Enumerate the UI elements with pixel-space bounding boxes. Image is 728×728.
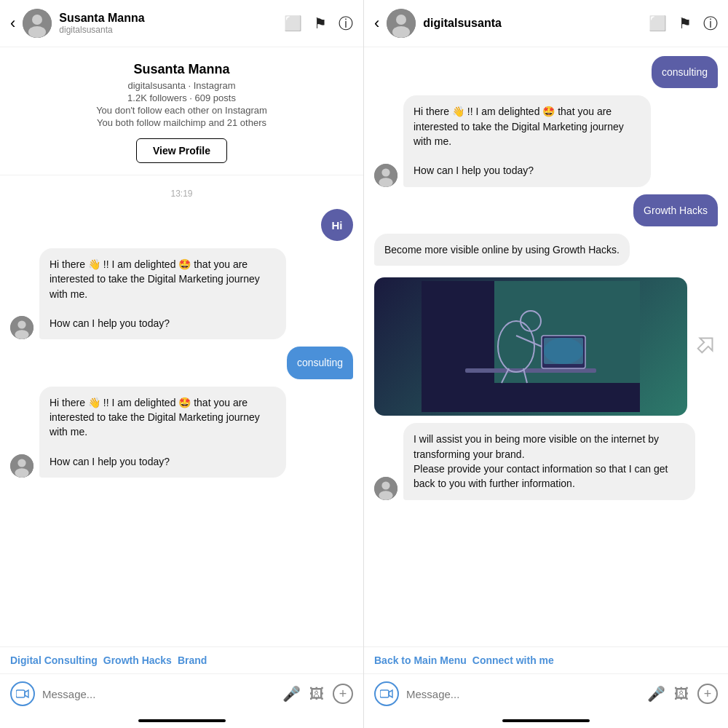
- profile-name: Susanta Manna: [15, 62, 349, 77]
- video-icon-right[interactable]: ⬜: [649, 15, 667, 32]
- svg-point-5: [15, 331, 28, 340]
- flag-icon-left[interactable]: ⚑: [314, 15, 327, 32]
- qr-back-to-main[interactable]: Back to Main Menu: [374, 653, 467, 668]
- profile-sub: digitalsusanta · Instagram: [15, 80, 349, 91]
- svg-point-4: [17, 321, 25, 329]
- right-incoming-growth-text: Become more visible online by using Grow…: [374, 234, 718, 266]
- svg-point-11: [396, 15, 406, 25]
- mic-icon-right[interactable]: 🎤: [647, 685, 665, 703]
- incoming-bubble-2: Hi there 👋 !! I am delighted 🤩 that you …: [39, 387, 286, 478]
- avatar-incoming-1: [10, 316, 33, 339]
- qr-connect-with-me[interactable]: Connect with me: [472, 653, 554, 668]
- plus-button-right[interactable]: +: [697, 684, 718, 704]
- camera-icon-left[interactable]: [10, 681, 35, 706]
- qr-digital-consulting[interactable]: Digital Consulting: [10, 653, 98, 668]
- right-consulting-bubble: consulting: [652, 56, 718, 88]
- svg-point-30: [379, 491, 392, 500]
- home-bar-right: [502, 719, 590, 722]
- incoming-bubble-1: Hi there 👋 !! I am delighted 🤩 that you …: [39, 248, 286, 339]
- right-growth-bubble: Growth Hacks: [633, 194, 718, 226]
- home-bar-left: [138, 719, 226, 722]
- header-username-right: digitalsusanta: [423, 17, 641, 30]
- right-incoming-welcome: Hi there 👋 !! I am delighted 🤩 that you …: [374, 95, 718, 186]
- left-message-input[interactable]: [42, 688, 275, 700]
- left-input-bar: 🎤 🖼 +: [0, 673, 363, 713]
- svg-point-2: [28, 26, 46, 38]
- avatar-left: [23, 9, 52, 38]
- right-welcome-bubble: Hi there 👋 !! I am delighted 🤩 that you …: [403, 95, 651, 186]
- svg-point-14: [381, 168, 389, 176]
- svg-point-12: [392, 26, 410, 38]
- home-indicator-right: [364, 713, 728, 728]
- header-name-right: digitalsusanta: [423, 17, 641, 30]
- back-button-right[interactable]: ‹: [374, 14, 379, 33]
- right-input-bar: 🎤 🖼 +: [364, 673, 728, 713]
- profile-mutual: You both follow mailchimp and 21 others: [15, 117, 349, 128]
- left-quick-replies: Digital Consulting Growth Hacks Brand: [0, 646, 363, 673]
- back-button-left[interactable]: ‹: [10, 14, 15, 33]
- svg-point-15: [379, 178, 392, 187]
- right-input-icons: 🎤 🖼 +: [647, 684, 718, 704]
- info-icon-left[interactable]: ⓘ: [339, 14, 353, 33]
- svg-point-7: [17, 459, 25, 467]
- avatar-right-incoming-1: [374, 164, 397, 187]
- right-outgoing-growth: Growth Hacks: [374, 194, 718, 226]
- outgoing-consulting-row: consulting: [10, 347, 353, 379]
- right-growth-text-bubble: Become more visible online by using Grow…: [374, 234, 630, 266]
- avatar-right-incoming-2: [374, 477, 397, 500]
- plus-button-left[interactable]: +: [333, 684, 353, 704]
- incoming-msg-row-1: Hi there 👋 !! I am delighted 🤩 that you …: [10, 248, 353, 339]
- scroll-arrow[interactable]: [695, 333, 718, 356]
- growth-image-row: [374, 273, 718, 416]
- outgoing-consulting-bubble: consulting: [287, 347, 353, 379]
- flag-icon-right[interactable]: ⚑: [678, 15, 692, 32]
- header-name-left: Susanta Manna digitalsusanta: [59, 12, 277, 35]
- timestamp: 13:19: [10, 189, 353, 199]
- left-panel: ‹ Susanta Manna digitalsusanta ⬜ ⚑ ⓘ Sus…: [0, 0, 364, 728]
- svg-rect-31: [380, 690, 389, 697]
- header-icons-left: ⬜ ⚑ ⓘ: [284, 14, 353, 33]
- right-panel: ‹ digitalsusanta ⬜ ⚑ ⓘ consulting: [364, 0, 728, 728]
- right-contact-bubble: I will assist you in being more visible …: [403, 423, 695, 499]
- right-chat-area: consulting Hi there 👋 !! I am delighted …: [364, 47, 728, 646]
- right-message-input[interactable]: [406, 688, 640, 700]
- left-header: ‹ Susanta Manna digitalsusanta ⬜ ⚑ ⓘ: [0, 0, 363, 47]
- left-input-icons: 🎤 🖼 +: [282, 684, 353, 704]
- image-icon-right[interactable]: 🖼: [674, 686, 689, 703]
- camera-icon-right[interactable]: [374, 681, 399, 706]
- header-username-display: Susanta Manna: [59, 12, 277, 25]
- svg-rect-9: [16, 690, 25, 697]
- growth-hacks-image: [374, 277, 687, 416]
- avatar-right: [387, 9, 416, 38]
- right-incoming-contact: I will assist you in being more visible …: [374, 423, 718, 499]
- mic-icon-left[interactable]: 🎤: [282, 685, 301, 703]
- hi-message-row: Hi: [10, 209, 353, 241]
- image-icon-left[interactable]: 🖼: [309, 686, 324, 703]
- hi-bubble: Hi: [321, 209, 353, 241]
- info-icon-right[interactable]: ⓘ: [703, 14, 718, 33]
- svg-point-1: [32, 15, 42, 25]
- qr-brand[interactable]: Brand: [178, 653, 207, 668]
- svg-marker-27: [695, 333, 718, 356]
- qr-growth-hacks-left[interactable]: Growth Hacks: [103, 653, 172, 668]
- home-indicator-left: [0, 713, 363, 728]
- right-header: ‹ digitalsusanta ⬜ ⚑ ⓘ: [364, 0, 728, 47]
- left-chat-area: 13:19 Hi Hi there 👋 !! I am delighted 🤩 …: [0, 175, 363, 646]
- svg-point-8: [15, 468, 28, 478]
- svg-point-23: [544, 338, 583, 364]
- avatar-incoming-2: [10, 454, 33, 478]
- right-outgoing-consulting: consulting: [374, 56, 718, 88]
- profile-follow-status: You don't follow each other on Instagram: [15, 105, 349, 116]
- video-icon-left[interactable]: ⬜: [284, 15, 302, 32]
- profile-stats: 1.2K followers · 609 posts: [15, 92, 349, 103]
- svg-rect-18: [465, 368, 596, 373]
- view-profile-button[interactable]: View Profile: [136, 138, 227, 163]
- incoming-msg-row-2: Hi there 👋 !! I am delighted 🤩 that you …: [10, 387, 353, 478]
- profile-card: Susanta Manna digitalsusanta · Instagram…: [0, 47, 363, 175]
- header-handle-left: digitalsusanta: [59, 25, 277, 35]
- right-quick-replies: Back to Main Menu Connect with me: [364, 646, 728, 673]
- svg-point-29: [381, 481, 389, 489]
- header-icons-right: ⬜ ⚑ ⓘ: [649, 14, 718, 33]
